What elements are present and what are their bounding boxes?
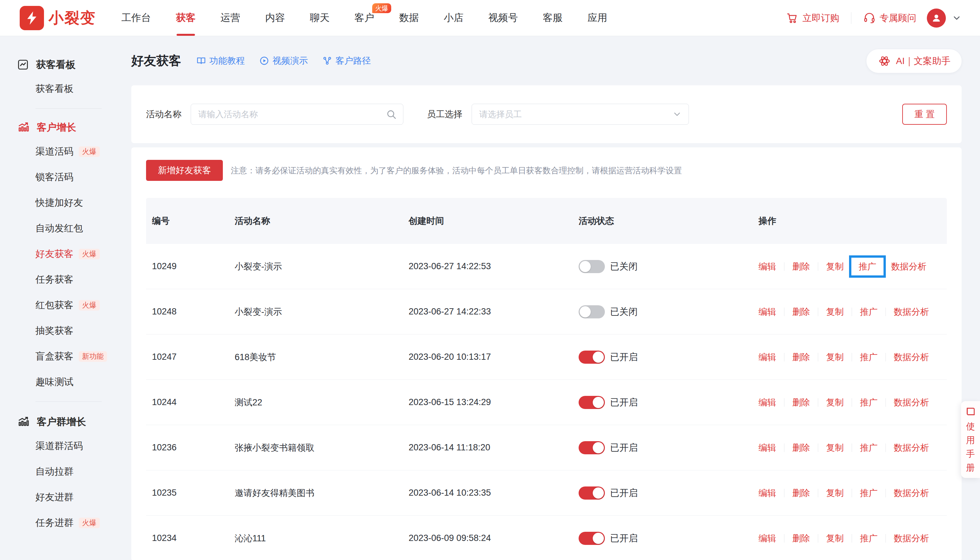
- sidebar-section-group-growth[interactable]: 客户群增长: [0, 410, 131, 433]
- nav-item-operation[interactable]: 运营: [221, 0, 240, 36]
- edit-link[interactable]: 编辑: [759, 306, 776, 318]
- user-manual-tab[interactable]: 使用手册: [961, 401, 980, 478]
- copy-link[interactable]: 复制: [826, 306, 844, 318]
- status-toggle[interactable]: [579, 487, 605, 500]
- delete-link[interactable]: 删除: [792, 261, 810, 272]
- copy-link[interactable]: 复制: [826, 397, 844, 408]
- promote-link[interactable]: 推广: [860, 351, 878, 363]
- sidebar-item-channel-code[interactable]: 渠道活码 火爆: [0, 139, 131, 165]
- delete-link[interactable]: 删除: [792, 487, 810, 499]
- edit-link[interactable]: 编辑: [759, 397, 776, 408]
- promote-link[interactable]: 推广: [860, 487, 878, 499]
- hot-badge: 火爆: [79, 518, 100, 528]
- nav-item-acquisition[interactable]: 获客: [176, 0, 196, 36]
- nav-item-workbench[interactable]: 工作台: [121, 0, 151, 36]
- play-circle-icon: [259, 56, 269, 66]
- nav-item-service[interactable]: 客服: [543, 0, 562, 36]
- sidebar-item-fun-test[interactable]: 趣味测试: [0, 369, 131, 395]
- nav-item-content[interactable]: 内容: [265, 0, 285, 36]
- copy-link[interactable]: 复制: [826, 261, 844, 272]
- top-header: 小裂变 工作台 获客 运营 内容 聊天 客户 火爆 数据 小店 视频号 客服 应…: [0, 0, 980, 36]
- analytics-link[interactable]: 数据分析: [893, 397, 929, 408]
- nav-item-video[interactable]: 视频号: [488, 0, 518, 36]
- sidebar-item-friend-join-group[interactable]: 好友进群: [0, 485, 131, 510]
- copy-link[interactable]: 复制: [826, 532, 844, 544]
- promote-highlight-box[interactable]: 推广: [849, 255, 886, 278]
- status-toggle[interactable]: [579, 396, 605, 409]
- row-created-time: 2023-06-27 14:22:33: [409, 307, 579, 317]
- promote-link[interactable]: 推广: [859, 261, 876, 272]
- status-toggle[interactable]: [579, 532, 605, 545]
- promote-link[interactable]: 推广: [860, 397, 878, 408]
- nav-item-data[interactable]: 数据: [399, 0, 419, 36]
- main-nav: 工作台 获客 运营 内容 聊天 客户 火爆 数据 小店 视频号 客服 应用: [121, 0, 607, 36]
- analytics-link[interactable]: 数据分析: [893, 306, 929, 318]
- ai-copy-assistant-button[interactable]: AI｜文案助手: [867, 49, 962, 73]
- activity-name-input[interactable]: [191, 104, 403, 125]
- row-operations: 编辑删除复制推广数据分析: [759, 487, 947, 499]
- nav-item-shop[interactable]: 小店: [444, 0, 463, 36]
- analytics-link[interactable]: 数据分析: [891, 261, 927, 272]
- status-toggle[interactable]: [579, 350, 605, 364]
- sidebar-item-blindbox-acquisition[interactable]: 盲盒获客 新功能: [0, 344, 131, 369]
- row-status: 已关闭: [579, 305, 759, 318]
- nav-item-customer[interactable]: 客户 火爆: [354, 0, 374, 36]
- promote-link[interactable]: 推广: [860, 442, 878, 453]
- edit-link[interactable]: 编辑: [759, 532, 776, 544]
- row-id: 10234: [146, 533, 235, 543]
- status-toggle[interactable]: [579, 441, 605, 454]
- sidebar-item-lock-code[interactable]: 锁客活码: [0, 165, 131, 190]
- delete-link[interactable]: 删除: [792, 397, 810, 408]
- copy-link[interactable]: 复制: [826, 442, 844, 453]
- table-row: 10244 测试22 2023-06-15 13:24:29 已开启 编辑删除复…: [146, 380, 947, 425]
- brand-logo[interactable]: 小裂变: [20, 6, 96, 30]
- sidebar-item-redpacket-acquisition[interactable]: 红包获客 火爆: [0, 292, 131, 318]
- edit-link[interactable]: 编辑: [759, 261, 776, 272]
- user-avatar[interactable]: [927, 8, 946, 28]
- sidebar-item-lottery-acquisition[interactable]: 抽奖获客: [0, 318, 131, 344]
- status-toggle[interactable]: [579, 305, 605, 318]
- cart-icon: [786, 12, 799, 24]
- copy-link[interactable]: 复制: [826, 351, 844, 363]
- analytics-link[interactable]: 数据分析: [893, 442, 929, 453]
- video-demo-link[interactable]: 视频演示: [259, 55, 308, 67]
- sidebar-section-dashboard[interactable]: 获客看板: [0, 53, 131, 76]
- nav-item-chat[interactable]: 聊天: [310, 0, 329, 36]
- hot-badge: 火爆: [79, 249, 100, 259]
- sidebar-item-channel-group-code[interactable]: 渠道群活码: [0, 433, 131, 459]
- delete-link[interactable]: 删除: [792, 442, 810, 453]
- analytics-link[interactable]: 数据分析: [893, 351, 929, 363]
- nav-item-apps[interactable]: 应用: [587, 0, 607, 36]
- promote-link[interactable]: 推广: [860, 306, 878, 318]
- hot-badge: 火爆: [372, 3, 391, 13]
- copy-link[interactable]: 复制: [826, 487, 844, 499]
- advisor-button[interactable]: 专属顾问: [863, 12, 916, 24]
- sidebar-item-task-join-group[interactable]: 任务进群 火爆: [0, 510, 131, 536]
- delete-link[interactable]: 删除: [792, 351, 810, 363]
- row-status: 已开启: [579, 532, 759, 545]
- sidebar-item-dashboard[interactable]: 获客看板: [0, 76, 131, 102]
- sidebar-section-customer-growth[interactable]: 客户增长: [0, 116, 131, 139]
- chevron-down-icon[interactable]: [952, 13, 962, 23]
- sidebar-item-auto-redpacket[interactable]: 自动发红包: [0, 216, 131, 241]
- sidebar-item-task-acquisition[interactable]: 任务获客: [0, 267, 131, 292]
- edit-link[interactable]: 编辑: [759, 351, 776, 363]
- delete-link[interactable]: 删除: [792, 532, 810, 544]
- row-status: 已开启: [579, 487, 759, 500]
- order-now-button[interactable]: 立即订购: [786, 12, 839, 24]
- promote-link[interactable]: 推广: [860, 532, 878, 544]
- staff-select[interactable]: 请选择员工: [472, 104, 689, 125]
- status-toggle[interactable]: [579, 260, 605, 273]
- delete-link[interactable]: 删除: [792, 306, 810, 318]
- create-activity-button[interactable]: 新增好友获客: [146, 160, 223, 181]
- reset-button[interactable]: 重 置: [902, 104, 947, 125]
- edit-link[interactable]: 编辑: [759, 487, 776, 499]
- sidebar-item-friend-acquisition[interactable]: 好友获客 火爆: [0, 241, 131, 267]
- edit-link[interactable]: 编辑: [759, 442, 776, 453]
- customer-path-link[interactable]: 客户路径: [322, 55, 371, 67]
- sidebar-item-quick-add-friend[interactable]: 快捷加好友: [0, 190, 131, 216]
- tutorial-link[interactable]: 功能教程: [196, 55, 245, 67]
- sidebar-item-auto-group[interactable]: 自动拉群: [0, 459, 131, 485]
- analytics-link[interactable]: 数据分析: [893, 532, 929, 544]
- analytics-link[interactable]: 数据分析: [893, 487, 929, 499]
